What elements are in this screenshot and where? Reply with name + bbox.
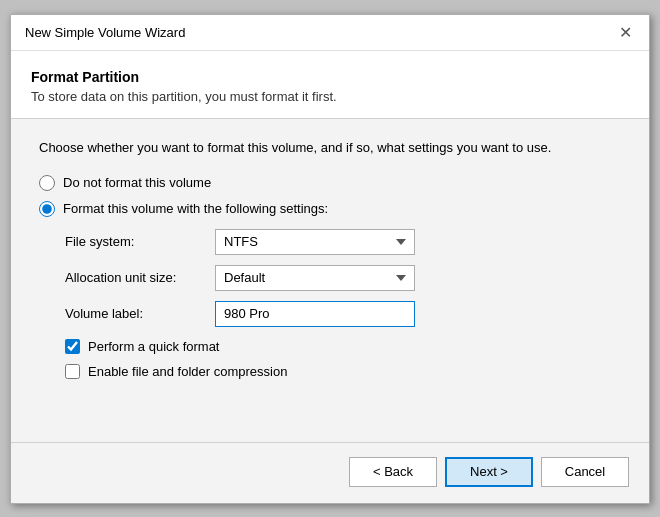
- format-option-group: Do not format this volume Format this vo…: [39, 175, 621, 217]
- format-option[interactable]: Format this volume with the following se…: [39, 201, 621, 217]
- description-text: Choose whether you want to format this v…: [39, 139, 621, 157]
- allocation-dropdown[interactable]: Default 512 1024: [215, 265, 415, 291]
- title-bar: New Simple Volume Wizard ✕: [11, 15, 649, 51]
- compression-option[interactable]: Enable file and folder compression: [65, 364, 621, 379]
- volume-label-label: Volume label:: [65, 306, 215, 321]
- allocation-label: Allocation unit size:: [65, 270, 215, 285]
- file-system-dropdown[interactable]: NTFS FAT32 exFAT: [215, 229, 415, 255]
- header-section: Format Partition To store data on this p…: [11, 51, 649, 119]
- cancel-button[interactable]: Cancel: [541, 457, 629, 487]
- quick-format-option[interactable]: Perform a quick format: [65, 339, 621, 354]
- content-section: Choose whether you want to format this v…: [11, 119, 649, 442]
- volume-label-row: Volume label:: [65, 301, 621, 327]
- format-settings: File system: NTFS FAT32 exFAT Allocation…: [65, 229, 621, 327]
- close-button[interactable]: ✕: [613, 20, 637, 44]
- next-button[interactable]: Next >: [445, 457, 533, 487]
- no-format-radio[interactable]: [39, 175, 55, 191]
- header-title: Format Partition: [31, 69, 629, 85]
- file-system-row: File system: NTFS FAT32 exFAT: [65, 229, 621, 255]
- compression-label: Enable file and folder compression: [88, 364, 287, 379]
- allocation-control: Default 512 1024: [215, 265, 415, 291]
- format-label: Format this volume with the following se…: [63, 201, 328, 216]
- quick-format-label: Perform a quick format: [88, 339, 220, 354]
- dialog-window: New Simple Volume Wizard ✕ Format Partit…: [10, 14, 650, 504]
- file-system-control: NTFS FAT32 exFAT: [215, 229, 415, 255]
- volume-label-control: [215, 301, 415, 327]
- allocation-row: Allocation unit size: Default 512 1024: [65, 265, 621, 291]
- format-radio[interactable]: [39, 201, 55, 217]
- file-system-label: File system:: [65, 234, 215, 249]
- back-button[interactable]: < Back: [349, 457, 437, 487]
- no-format-label: Do not format this volume: [63, 175, 211, 190]
- volume-label-input[interactable]: [215, 301, 415, 327]
- compression-checkbox[interactable]: [65, 364, 80, 379]
- no-format-option[interactable]: Do not format this volume: [39, 175, 621, 191]
- checkbox-group: Perform a quick format Enable file and f…: [65, 339, 621, 379]
- dialog-title: New Simple Volume Wizard: [25, 25, 185, 40]
- quick-format-checkbox[interactable]: [65, 339, 80, 354]
- button-bar: < Back Next > Cancel: [11, 442, 649, 503]
- header-subtitle: To store data on this partition, you mus…: [31, 89, 629, 104]
